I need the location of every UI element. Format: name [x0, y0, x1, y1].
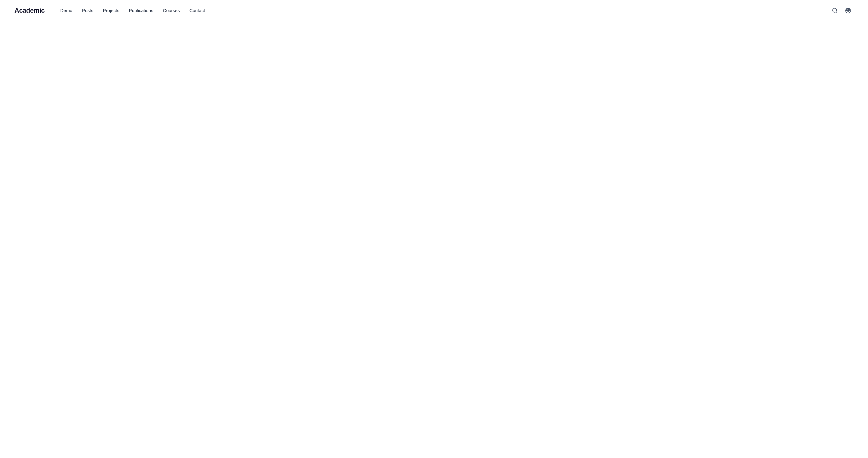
nav-item-demo[interactable]: Demo	[57, 6, 76, 15]
search-icon	[832, 7, 838, 13]
svg-point-3	[846, 9, 847, 10]
nav-item-publications[interactable]: Publications	[125, 6, 157, 15]
main-nav: DemoPostsProjectsPublicationsCoursesCont…	[57, 6, 209, 15]
nav-item-posts[interactable]: Posts	[79, 6, 97, 15]
nav-item-courses[interactable]: Courses	[159, 6, 184, 15]
site-header: Academic DemoPostsProjectsPublicationsCo…	[0, 0, 868, 21]
site-logo[interactable]: Academic	[14, 7, 44, 15]
main-content	[0, 21, 868, 458]
theme-toggle-button[interactable]	[843, 5, 854, 16]
nav-item-projects[interactable]: Projects	[99, 6, 123, 15]
header-right	[830, 5, 854, 16]
svg-point-5	[847, 10, 848, 11]
theme-icon	[845, 7, 851, 13]
svg-point-6	[849, 10, 849, 11]
svg-point-4	[848, 9, 849, 9]
search-button[interactable]	[830, 5, 840, 16]
svg-line-1	[836, 11, 837, 13]
header-left: Academic DemoPostsProjectsPublicationsCo…	[14, 6, 209, 15]
nav-item-contact[interactable]: Contact	[186, 6, 209, 15]
